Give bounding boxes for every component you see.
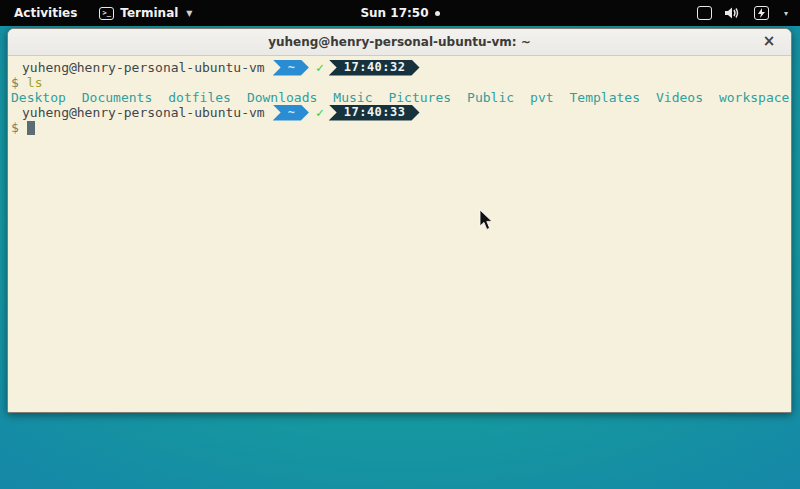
ls-output: Desktop Documents dotfiles Downloads Mus… — [11, 90, 788, 105]
prompt-symbol: $ — [11, 75, 19, 90]
powerline-dir-segment: ~ — [273, 105, 309, 121]
window-title: yuheng@henry-personal-ubuntu-vm: ~ — [268, 35, 531, 49]
terminal-cursor — [27, 121, 35, 135]
command-line: $ ls — [11, 75, 788, 90]
directory-entry: Public — [467, 90, 514, 105]
activities-button[interactable]: Activities — [14, 6, 77, 20]
app-menu-terminal[interactable]: >_ Terminal ▼ — [99, 6, 192, 20]
directory-entry: Templates — [570, 90, 640, 105]
powerline-dir-segment: ~ — [273, 60, 309, 76]
top-bar: Activities >_ Terminal ▼ Sun 17:50 — [0, 0, 800, 26]
check-icon: ✓ — [316, 105, 324, 120]
app-menu-label: Terminal — [120, 6, 178, 20]
terminal-window: yuheng@henry-personal-ubuntu-vm: ~ × yuh… — [7, 28, 792, 413]
directory-entry: Downloads — [247, 90, 317, 105]
terminal-screen[interactable]: yuheng@henry-personal-ubuntu-vm ~ ✓ 17:4… — [8, 56, 791, 412]
powerline-time-segment: 17:40:32 — [329, 60, 420, 76]
close-icon[interactable]: × — [759, 32, 779, 52]
chevron-down-icon: ▼ — [186, 9, 192, 18]
directory-entry: Music — [333, 90, 372, 105]
prompt-line-1: yuheng@henry-personal-ubuntu-vm ~ ✓ 17:4… — [11, 60, 788, 75]
directory-entry: pvt — [530, 90, 553, 105]
directory-entry: Desktop — [11, 90, 66, 105]
prompt-line-2: yuheng@henry-personal-ubuntu-vm ~ ✓ 17:4… — [11, 105, 788, 120]
powerline-time-segment: 17:40:33 — [329, 105, 420, 121]
mouse-pointer-icon — [479, 210, 494, 231]
prompt-user: yuheng@henry-personal-ubuntu-vm — [22, 60, 265, 75]
desktop: Activities >_ Terminal ▼ Sun 17:50 — [0, 0, 800, 489]
battery-charging-icon — [754, 6, 769, 20]
prompt-user: yuheng@henry-personal-ubuntu-vm — [22, 105, 265, 120]
input-line[interactable]: $ — [11, 120, 788, 135]
directory-entry: Videos — [656, 90, 703, 105]
terminal-icon: >_ — [99, 7, 114, 20]
system-tray[interactable]: ▾ — [697, 6, 800, 20]
directory-entry: Pictures — [388, 90, 451, 105]
window-titlebar[interactable]: yuheng@henry-personal-ubuntu-vm: ~ × — [8, 29, 791, 56]
chevron-down-icon: ▾ — [784, 9, 788, 18]
check-icon: ✓ — [316, 60, 324, 75]
command-text: ls — [27, 75, 43, 90]
directory-entry: dotfiles — [168, 90, 231, 105]
screen-share-icon — [697, 6, 712, 20]
directory-entry: Documents — [82, 90, 152, 105]
prompt-symbol: $ — [11, 120, 19, 135]
directory-entry: workspace — [719, 90, 789, 105]
volume-icon — [725, 6, 741, 20]
